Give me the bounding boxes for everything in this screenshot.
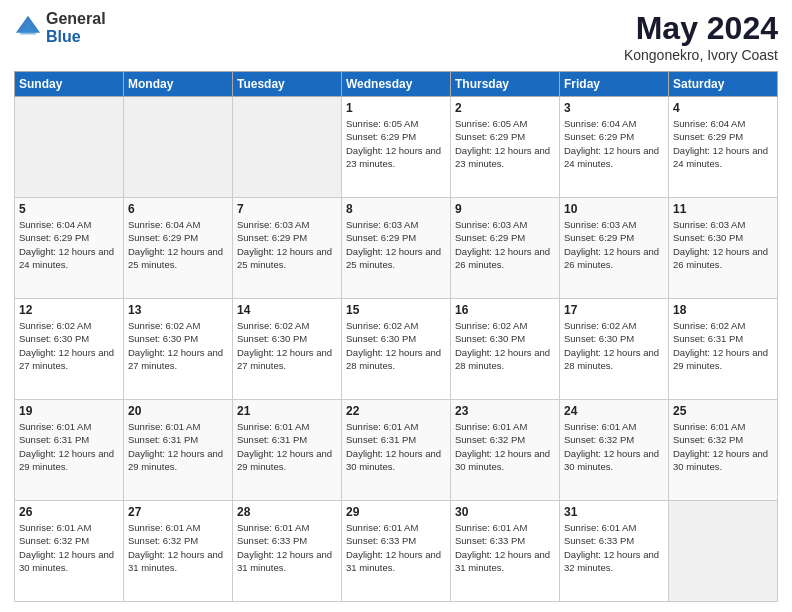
day-number: 19 (19, 404, 119, 418)
day-info: Sunrise: 6:03 AM Sunset: 6:29 PM Dayligh… (346, 218, 446, 271)
day-number: 26 (19, 505, 119, 519)
day-info: Sunrise: 6:03 AM Sunset: 6:29 PM Dayligh… (564, 218, 664, 271)
calendar-cell: 1Sunrise: 6:05 AM Sunset: 6:29 PM Daylig… (342, 97, 451, 198)
calendar-header-saturday: Saturday (669, 72, 778, 97)
month-title: May 2024 (624, 10, 778, 47)
calendar-header-wednesday: Wednesday (342, 72, 451, 97)
day-number: 21 (237, 404, 337, 418)
calendar-header-row: SundayMondayTuesdayWednesdayThursdayFrid… (15, 72, 778, 97)
calendar-cell: 14Sunrise: 6:02 AM Sunset: 6:30 PM Dayli… (233, 299, 342, 400)
day-info: Sunrise: 6:02 AM Sunset: 6:30 PM Dayligh… (237, 319, 337, 372)
day-info: Sunrise: 6:02 AM Sunset: 6:30 PM Dayligh… (455, 319, 555, 372)
day-number: 6 (128, 202, 228, 216)
calendar-week-row-2: 5Sunrise: 6:04 AM Sunset: 6:29 PM Daylig… (15, 198, 778, 299)
calendar-header-sunday: Sunday (15, 72, 124, 97)
calendar-cell (124, 97, 233, 198)
calendar-cell: 2Sunrise: 6:05 AM Sunset: 6:29 PM Daylig… (451, 97, 560, 198)
calendar-week-row-5: 26Sunrise: 6:01 AM Sunset: 6:32 PM Dayli… (15, 501, 778, 602)
day-info: Sunrise: 6:02 AM Sunset: 6:30 PM Dayligh… (564, 319, 664, 372)
calendar-cell: 21Sunrise: 6:01 AM Sunset: 6:31 PM Dayli… (233, 400, 342, 501)
calendar-cell: 20Sunrise: 6:01 AM Sunset: 6:31 PM Dayli… (124, 400, 233, 501)
title-area: May 2024 Kongonekro, Ivory Coast (624, 10, 778, 63)
day-number: 23 (455, 404, 555, 418)
calendar-cell (233, 97, 342, 198)
calendar-cell: 4Sunrise: 6:04 AM Sunset: 6:29 PM Daylig… (669, 97, 778, 198)
calendar-cell: 13Sunrise: 6:02 AM Sunset: 6:30 PM Dayli… (124, 299, 233, 400)
calendar-header-monday: Monday (124, 72, 233, 97)
day-number: 7 (237, 202, 337, 216)
calendar-cell: 22Sunrise: 6:01 AM Sunset: 6:31 PM Dayli… (342, 400, 451, 501)
day-number: 16 (455, 303, 555, 317)
day-info: Sunrise: 6:04 AM Sunset: 6:29 PM Dayligh… (19, 218, 119, 271)
day-info: Sunrise: 6:04 AM Sunset: 6:29 PM Dayligh… (673, 117, 773, 170)
calendar-cell: 15Sunrise: 6:02 AM Sunset: 6:30 PM Dayli… (342, 299, 451, 400)
day-number: 24 (564, 404, 664, 418)
day-number: 11 (673, 202, 773, 216)
day-info: Sunrise: 6:03 AM Sunset: 6:29 PM Dayligh… (237, 218, 337, 271)
day-info: Sunrise: 6:01 AM Sunset: 6:32 PM Dayligh… (455, 420, 555, 473)
day-number: 17 (564, 303, 664, 317)
day-number: 8 (346, 202, 446, 216)
day-number: 18 (673, 303, 773, 317)
day-info: Sunrise: 6:05 AM Sunset: 6:29 PM Dayligh… (346, 117, 446, 170)
day-number: 31 (564, 505, 664, 519)
calendar-cell: 16Sunrise: 6:02 AM Sunset: 6:30 PM Dayli… (451, 299, 560, 400)
day-info: Sunrise: 6:01 AM Sunset: 6:33 PM Dayligh… (455, 521, 555, 574)
day-info: Sunrise: 6:02 AM Sunset: 6:30 PM Dayligh… (19, 319, 119, 372)
calendar-cell: 5Sunrise: 6:04 AM Sunset: 6:29 PM Daylig… (15, 198, 124, 299)
day-number: 30 (455, 505, 555, 519)
calendar-cell: 25Sunrise: 6:01 AM Sunset: 6:32 PM Dayli… (669, 400, 778, 501)
calendar-cell: 8Sunrise: 6:03 AM Sunset: 6:29 PM Daylig… (342, 198, 451, 299)
day-info: Sunrise: 6:04 AM Sunset: 6:29 PM Dayligh… (128, 218, 228, 271)
day-info: Sunrise: 6:01 AM Sunset: 6:31 PM Dayligh… (19, 420, 119, 473)
day-number: 14 (237, 303, 337, 317)
day-number: 9 (455, 202, 555, 216)
calendar-table: SundayMondayTuesdayWednesdayThursdayFrid… (14, 71, 778, 602)
day-info: Sunrise: 6:01 AM Sunset: 6:31 PM Dayligh… (128, 420, 228, 473)
calendar-cell: 26Sunrise: 6:01 AM Sunset: 6:32 PM Dayli… (15, 501, 124, 602)
calendar-cell: 23Sunrise: 6:01 AM Sunset: 6:32 PM Dayli… (451, 400, 560, 501)
calendar-cell: 29Sunrise: 6:01 AM Sunset: 6:33 PM Dayli… (342, 501, 451, 602)
logo-blue-text: Blue (46, 28, 106, 46)
day-info: Sunrise: 6:01 AM Sunset: 6:33 PM Dayligh… (237, 521, 337, 574)
day-number: 22 (346, 404, 446, 418)
day-number: 10 (564, 202, 664, 216)
day-info: Sunrise: 6:01 AM Sunset: 6:33 PM Dayligh… (564, 521, 664, 574)
day-info: Sunrise: 6:04 AM Sunset: 6:29 PM Dayligh… (564, 117, 664, 170)
calendar-week-row-4: 19Sunrise: 6:01 AM Sunset: 6:31 PM Dayli… (15, 400, 778, 501)
day-info: Sunrise: 6:05 AM Sunset: 6:29 PM Dayligh… (455, 117, 555, 170)
day-number: 1 (346, 101, 446, 115)
calendar-week-row-3: 12Sunrise: 6:02 AM Sunset: 6:30 PM Dayli… (15, 299, 778, 400)
day-info: Sunrise: 6:02 AM Sunset: 6:30 PM Dayligh… (346, 319, 446, 372)
day-number: 12 (19, 303, 119, 317)
day-number: 15 (346, 303, 446, 317)
day-info: Sunrise: 6:01 AM Sunset: 6:32 PM Dayligh… (19, 521, 119, 574)
calendar-cell: 31Sunrise: 6:01 AM Sunset: 6:33 PM Dayli… (560, 501, 669, 602)
day-info: Sunrise: 6:01 AM Sunset: 6:31 PM Dayligh… (237, 420, 337, 473)
calendar-cell: 17Sunrise: 6:02 AM Sunset: 6:30 PM Dayli… (560, 299, 669, 400)
calendar-header-thursday: Thursday (451, 72, 560, 97)
calendar-cell: 18Sunrise: 6:02 AM Sunset: 6:31 PM Dayli… (669, 299, 778, 400)
logo: General Blue (14, 10, 106, 45)
calendar-cell (669, 501, 778, 602)
calendar-cell: 10Sunrise: 6:03 AM Sunset: 6:29 PM Dayli… (560, 198, 669, 299)
calendar-cell: 7Sunrise: 6:03 AM Sunset: 6:29 PM Daylig… (233, 198, 342, 299)
day-info: Sunrise: 6:03 AM Sunset: 6:30 PM Dayligh… (673, 218, 773, 271)
calendar-cell: 9Sunrise: 6:03 AM Sunset: 6:29 PM Daylig… (451, 198, 560, 299)
day-number: 27 (128, 505, 228, 519)
logo-text: General Blue (46, 10, 106, 45)
calendar-cell (15, 97, 124, 198)
calendar-cell: 19Sunrise: 6:01 AM Sunset: 6:31 PM Dayli… (15, 400, 124, 501)
calendar-cell: 6Sunrise: 6:04 AM Sunset: 6:29 PM Daylig… (124, 198, 233, 299)
day-number: 5 (19, 202, 119, 216)
page: General Blue May 2024 Kongonekro, Ivory … (0, 0, 792, 612)
day-info: Sunrise: 6:01 AM Sunset: 6:33 PM Dayligh… (346, 521, 446, 574)
day-number: 3 (564, 101, 664, 115)
calendar-week-row-1: 1Sunrise: 6:05 AM Sunset: 6:29 PM Daylig… (15, 97, 778, 198)
day-number: 25 (673, 404, 773, 418)
calendar-cell: 12Sunrise: 6:02 AM Sunset: 6:30 PM Dayli… (15, 299, 124, 400)
header: General Blue May 2024 Kongonekro, Ivory … (14, 10, 778, 63)
day-number: 2 (455, 101, 555, 115)
calendar-cell: 30Sunrise: 6:01 AM Sunset: 6:33 PM Dayli… (451, 501, 560, 602)
day-number: 4 (673, 101, 773, 115)
